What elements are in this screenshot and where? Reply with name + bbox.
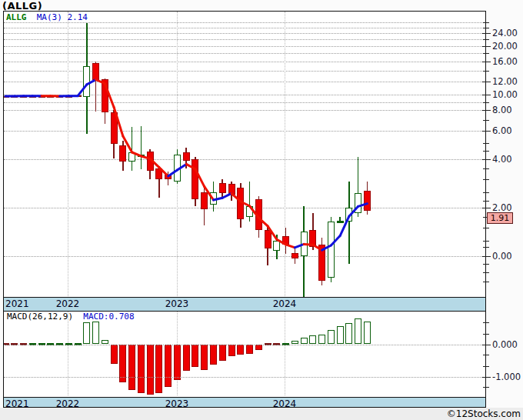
axis-tick-minor: [483, 272, 489, 273]
year-label: 2023: [160, 398, 194, 408]
gridline-v: [68, 312, 68, 395]
axis-tick-minor: [483, 28, 489, 28]
axis-tick-major: [482, 208, 491, 208]
year-label: 2022: [51, 398, 85, 408]
price-axis-label: 4.00: [492, 154, 512, 165]
axis-tick-minor: [483, 71, 489, 72]
footer-strip: [0, 408, 523, 420]
price-axis-label: 10.00: [492, 89, 518, 100]
macd-indicator-label: MACD(26,12,9): [7, 312, 73, 322]
macd-bar: [301, 338, 308, 345]
price-axis-label: 12.00: [492, 76, 518, 87]
axis-tick-minor: [483, 22, 489, 23]
axis-tick-major: [482, 377, 491, 378]
macd-gridline: [4, 377, 485, 378]
macd-bar: [237, 345, 244, 355]
axis-tick-minor: [483, 39, 489, 40]
macd-bar: [364, 322, 371, 345]
axis-tick-major: [482, 131, 491, 132]
macd-bar: [138, 345, 145, 394]
price-axis: 24.0020.0016.0012.0010.008.006.004.002.0…: [486, 0, 523, 408]
macd-bar: [337, 326, 344, 344]
axis-tick-major: [482, 345, 491, 345]
macd-bar: [219, 345, 226, 361]
axis-tick-minor: [483, 143, 489, 144]
axis-tick-minor: [483, 247, 489, 248]
price-axis-label: 20.00: [492, 41, 518, 52]
axis-tick-minor: [483, 264, 489, 265]
price-axis-label: 0.00: [492, 251, 512, 262]
macd-bar: [83, 322, 90, 344]
axis-tick-minor: [483, 53, 489, 54]
macd-bar: [201, 345, 208, 370]
price-chart-panel: ALLG MA(3) 2.14: [3, 11, 486, 297]
price-axis-label: 6.00: [492, 125, 512, 136]
macd-panel: MACD(26,12,9) MACD:0.708: [3, 312, 486, 397]
macd-axis-label: -1.000: [492, 372, 521, 382]
watermark: ©12Stocks.com: [447, 408, 521, 419]
axis-tick-minor: [483, 151, 489, 152]
macd-bar: [147, 345, 154, 395]
macd-bar: [318, 335, 325, 344]
macd-bar: [246, 345, 253, 354]
year-label: 2021: [5, 298, 29, 310]
chart-page: { "title": "(ALLG)", "legend": {"symbol"…: [0, 0, 523, 420]
axis-tick-minor: [483, 228, 489, 228]
macd-bar: [128, 345, 135, 391]
macd-bar: [183, 345, 190, 372]
x-axis-band-main: 2021202220232024: [3, 297, 486, 312]
macd-bar: [165, 345, 172, 387]
macd-bar: [92, 322, 99, 344]
axis-tick-major: [482, 256, 491, 257]
price-axis-label: 24.00: [492, 28, 518, 38]
year-label: 2021: [5, 398, 29, 408]
macd-bar: [111, 345, 118, 364]
year-label: 2023: [160, 298, 194, 310]
axis-tick-minor: [483, 282, 489, 282]
axis-tick-minor: [483, 102, 489, 103]
macd-bar: [210, 345, 217, 365]
macd-header: MACD(26,12,9) MACD:0.708: [7, 312, 135, 322]
price-axis-label: 16.00: [492, 56, 518, 67]
axis-tick-major: [482, 159, 491, 160]
ma-line: [4, 12, 485, 296]
macd-bar: [192, 345, 198, 368]
axis-tick-minor: [483, 192, 489, 193]
axis-tick-minor: [483, 168, 489, 169]
macd-axis-label: 0.000: [492, 339, 518, 350]
axis-tick-minor: [483, 387, 489, 388]
macd-bar: [345, 323, 352, 344]
macd-bar: [328, 330, 335, 344]
price-axis-label: 2.00: [492, 202, 512, 213]
axis-tick-minor: [483, 179, 489, 180]
year-label: 2024: [268, 298, 301, 310]
macd-bar: [355, 318, 361, 344]
x-axis-band-macd: 2021202220232024: [3, 397, 486, 408]
macd-bar: [155, 345, 162, 393]
axis-tick-minor: [483, 241, 489, 242]
page-title: (ALLG): [2, 0, 42, 12]
price-axis-label: 8.00: [492, 105, 512, 115]
axis-tick-minor: [483, 201, 489, 202]
axis-tick-minor: [483, 322, 489, 323]
macd-bar: [309, 335, 316, 344]
price-badge: 1.91: [487, 212, 513, 224]
axis-tick-minor: [483, 366, 489, 367]
gridline-v: [285, 312, 285, 395]
axis-tick-major: [482, 46, 491, 47]
macd-bar: [174, 345, 181, 380]
macd-current-value: MACD:0.708: [83, 312, 134, 322]
axis-tick-major: [482, 95, 491, 95]
year-label: 2024: [268, 398, 301, 408]
year-label: 2022: [51, 298, 85, 310]
axis-tick-major: [482, 82, 491, 82]
axis-tick-major: [482, 62, 491, 62]
axis-tick-major: [482, 110, 491, 111]
macd-zero-line: [4, 345, 485, 345]
axis-tick-minor: [483, 334, 489, 335]
axis-tick-major: [482, 33, 491, 34]
axis-tick-minor: [483, 355, 489, 355]
macd-bar: [228, 345, 235, 357]
axis-tick-minor: [483, 120, 489, 121]
macd-bar: [255, 345, 262, 351]
